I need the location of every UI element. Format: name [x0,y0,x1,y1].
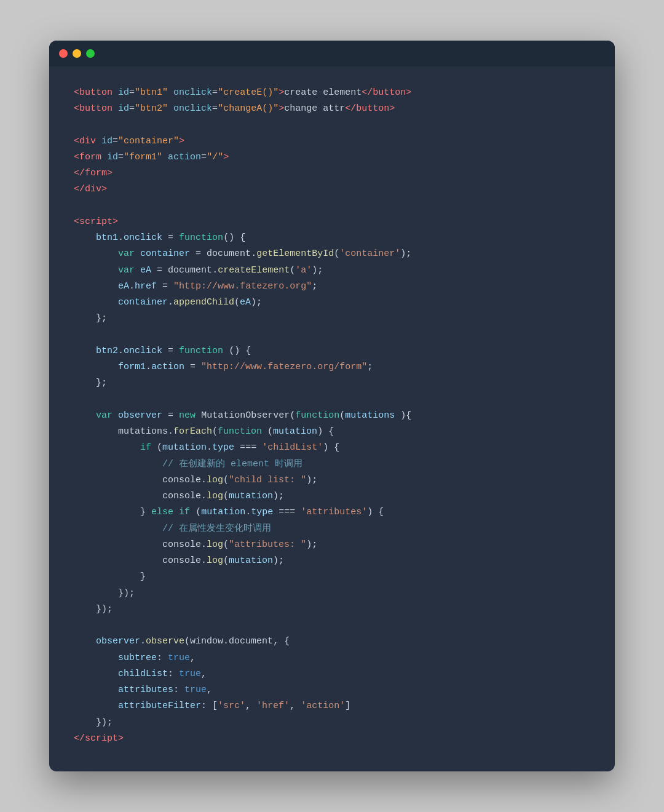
maximize-button[interactable] [86,49,95,58]
close-button[interactable] [59,49,68,58]
titlebar [49,41,615,66]
code-editor: <button id="btn1" onclick="createE()">cr… [49,66,615,771]
code-window: <button id="btn1" onclick="createE()">cr… [49,41,615,771]
minimize-button[interactable] [73,49,81,58]
